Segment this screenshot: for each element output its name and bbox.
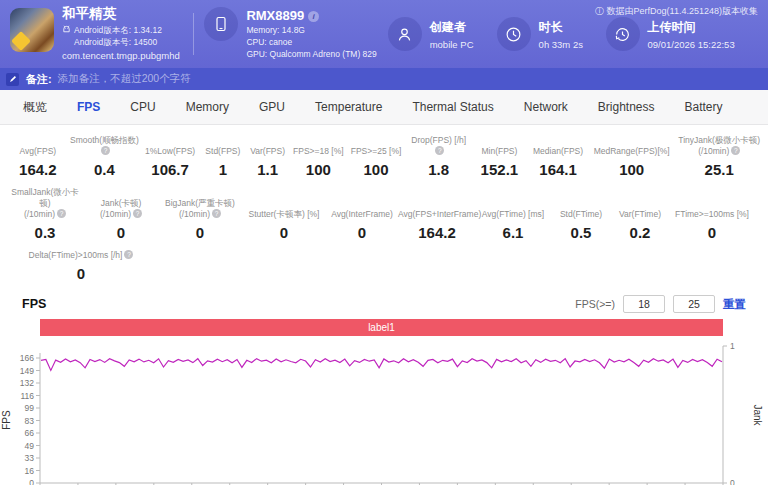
help-icon[interactable]: ? <box>731 146 740 155</box>
help-icon[interactable]: ? <box>435 146 444 155</box>
y-tick-label: 149 <box>20 366 34 376</box>
fps-line-series <box>41 359 722 371</box>
tab-fps[interactable]: FPS <box>62 100 115 114</box>
creator-value: mobile PC <box>430 39 474 50</box>
annotation-label: label1 <box>368 322 395 333</box>
metric-value: 152.1 <box>472 161 528 178</box>
metric-value: 6.1 <box>476 224 550 241</box>
metric-cell: FPS>=18 [%]100 <box>290 146 346 178</box>
creator-block: 创建者 mobile PC <box>388 17 491 51</box>
tab-temperature[interactable]: Temperature <box>300 100 397 114</box>
metric-value: 100 <box>290 161 346 178</box>
metric-cell: Delta(FTime)>100ms [/h]?0 <box>6 250 156 282</box>
y-tick-label: 116 <box>20 391 34 401</box>
upload-label: 上传时间 <box>648 19 735 36</box>
metric-label: SmallJank(微小卡顿)(/10min)? <box>6 187 84 220</box>
device-info-icon[interactable]: i <box>308 11 319 22</box>
help-icon[interactable]: ? <box>124 250 133 259</box>
note-label: 备注: <box>26 72 52 87</box>
y-tick-label: 66 <box>25 428 35 438</box>
tab-brightness[interactable]: Brightness <box>583 100 670 114</box>
tab-thermal-status[interactable]: Thermal Status <box>397 100 508 114</box>
metric-label: Median(FPS) <box>527 146 589 157</box>
metric-cell: Avg(FTime) [ms]6.1 <box>476 209 550 241</box>
metric-label: TinyJank(极微小卡顿)(/10min)? <box>674 135 764 157</box>
y-tick-label: 83 <box>25 416 35 426</box>
fps-threshold-high-input[interactable] <box>673 295 715 313</box>
metric-cell: Std(FPS)1 <box>201 146 245 178</box>
fps-section-header: FPS FPS(>=) 重置 <box>0 291 768 315</box>
help-icon[interactable]: ? <box>133 209 142 218</box>
reset-button[interactable]: 重置 <box>723 297 746 312</box>
metric-value: 0.5 <box>550 224 612 241</box>
metric-value: 0.2 <box>612 224 668 241</box>
metric-value: 1 <box>201 161 245 178</box>
metric-value: 0 <box>158 224 242 241</box>
metric-cell: Min(FPS)152.1 <box>472 146 528 178</box>
history-clock-icon <box>606 17 640 51</box>
y-tick-label: 166 <box>20 353 34 363</box>
collect-version-note: ⓘ 数据由PerfDog(11.4.251248)版本收集 <box>595 5 758 18</box>
metric-value: 100 <box>589 161 675 178</box>
metric-label: Delta(FTime)>100ms [/h]? <box>6 250 156 261</box>
metric-value: 0 <box>242 224 326 241</box>
metric-label: Stutter(卡顿率) [%] <box>242 209 326 220</box>
help-icon[interactable]: ? <box>57 209 66 218</box>
tab-network[interactable]: Network <box>509 100 583 114</box>
device-memory: Memory: 14.8G <box>246 25 376 37</box>
note-input-placeholder[interactable]: 添加备注，不超过200个字符 <box>58 72 191 86</box>
fps-threshold-low-input[interactable] <box>623 295 665 313</box>
fps-chart[interactable]: label116614913211699836649331601000:0001… <box>0 315 768 485</box>
metric-cell: Smooth(顺畅指数)?0.4 <box>70 135 140 178</box>
metric-cell: SmallJank(微小卡顿)(/10min)?0.3 <box>6 187 84 241</box>
android-version-code: Android版本号: 14500 <box>74 37 157 48</box>
android-icon <box>62 25 71 37</box>
metric-label: Drop(FPS) [/h]? <box>406 135 472 157</box>
metric-value: 164.1 <box>527 161 589 178</box>
device-block: RMX8899 i Memory: 14.8G CPU: canoe GPU: … <box>204 7 381 61</box>
metric-label: Std(FTime) <box>550 209 612 220</box>
android-version-name: Android版本名: 1.34.12 <box>74 25 162 36</box>
metric-label: FPS>=25 [%] <box>346 146 406 157</box>
y-tick-label: 99 <box>25 403 35 413</box>
tabs: 概览FPSCPUMemoryGPUTemperatureThermal Stat… <box>0 90 768 125</box>
metric-cell: Jank(卡顿)(/10min)?0 <box>84 198 158 241</box>
tab-gpu[interactable]: GPU <box>244 100 300 114</box>
duration-block: 时长 0h 33m 2s <box>497 17 600 51</box>
metric-cell: Avg(FPS+InterFrame)164.2 <box>398 209 476 241</box>
metric-label: Var(FTime) <box>612 209 668 220</box>
tab-概览[interactable]: 概览 <box>8 99 62 116</box>
metric-cell: Drop(FPS) [/h]?1.8 <box>406 135 472 178</box>
metric-value: 106.7 <box>139 161 201 178</box>
duration-label: 时长 <box>539 19 583 36</box>
metric-value: 1.1 <box>245 161 291 178</box>
help-icon[interactable]: ? <box>101 146 110 155</box>
upload-block: 上传时间 09/01/2026 15:22:53 <box>606 17 758 51</box>
y2-tick-label: 1 <box>730 341 735 351</box>
metric-value: 0 <box>6 265 156 282</box>
app-name: 和平精英 <box>62 6 180 23</box>
tab-memory[interactable]: Memory <box>171 100 244 114</box>
memo-icon <box>6 73 19 86</box>
header-divider <box>193 13 194 55</box>
y-tick-label: 49 <box>25 441 35 451</box>
metric-value: 1.8 <box>406 161 472 178</box>
y-tick-label: 16 <box>25 466 35 476</box>
y-tick-label: 132 <box>20 378 34 388</box>
metric-label: Std(FPS) <box>201 146 245 157</box>
tab-battery[interactable]: Battery <box>670 100 738 114</box>
metric-cell: Var(FTime)0.2 <box>612 209 668 241</box>
metric-label: Smooth(顺畅指数)? <box>70 135 140 157</box>
metric-value: 0 <box>668 224 756 241</box>
tab-cpu[interactable]: CPU <box>115 100 170 114</box>
help-icon[interactable]: ? <box>212 209 221 218</box>
metric-cell: Var(FPS)1.1 <box>245 146 291 178</box>
metric-cell: 1%Low(FPS)106.7 <box>139 146 201 178</box>
metric-value: 0.4 <box>70 161 140 178</box>
duration-value: 0h 33m 2s <box>539 39 583 50</box>
device-gpu: GPU: Qualcomm Adreno (TM) 829 <box>246 49 376 61</box>
y2-tick-label: 0 <box>730 478 735 485</box>
metric-cell: FPS>=25 [%]100 <box>346 146 406 178</box>
clock-icon <box>497 17 531 51</box>
metric-label: Avg(FPS+InterFrame) <box>398 209 476 220</box>
